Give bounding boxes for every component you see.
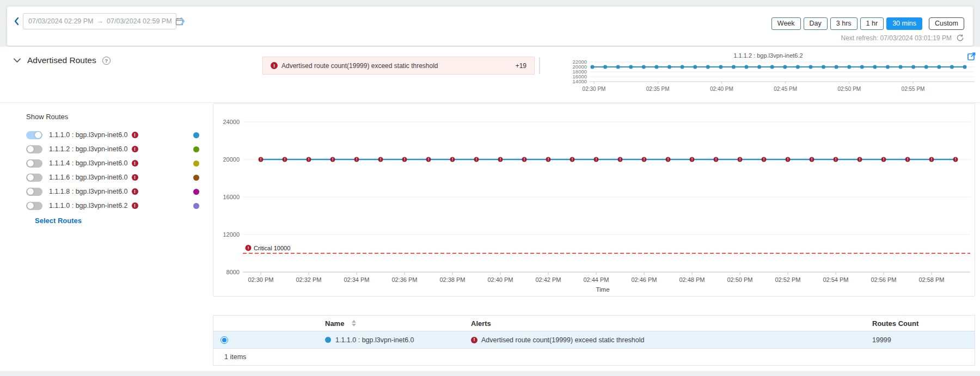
route-toggle[interactable] <box>26 202 42 210</box>
svg-text:!: ! <box>500 157 501 161</box>
route-list: 1.1.1.0 : bgp.l3vpn-inet6.01.1.1.2 : bgp… <box>26 128 199 213</box>
svg-text:!: ! <box>524 157 525 161</box>
svg-text:!: ! <box>308 157 309 161</box>
table-header-name[interactable]: Name <box>235 319 464 328</box>
route-label: 1.1.1.8 : bgp.l3vpn-inet6.0 <box>49 188 128 195</box>
svg-text:!: ! <box>620 157 621 161</box>
items-count: 1 items <box>224 353 246 361</box>
route-toggle[interactable] <box>26 188 42 196</box>
sort-icon[interactable] <box>352 320 356 326</box>
page-title: Advertised Routes <box>27 56 96 65</box>
table-header-row: Name Alerts Routes Count <box>213 316 975 331</box>
range-button-day[interactable]: Day <box>804 17 828 30</box>
help-icon[interactable] <box>102 57 111 65</box>
svg-text:!: ! <box>787 157 788 161</box>
route-color-dot <box>193 132 199 138</box>
svg-text:02:52 PM: 02:52 PM <box>775 276 800 283</box>
routes-table: Name Alerts Routes Count 1.1.1.0 : bgp.l… <box>213 315 975 366</box>
route-alert-icon <box>132 174 138 181</box>
range-button-30-mins[interactable]: 30 mins <box>886 17 922 30</box>
svg-text:02:45 PM: 02:45 PM <box>774 86 797 92</box>
next-refresh-text: Next refresh: 07/03/2024 03:01:19 PM <box>841 34 952 42</box>
svg-text:!: ! <box>883 157 884 161</box>
route-color-dot <box>193 175 199 181</box>
svg-text:!: ! <box>763 157 764 161</box>
collapse-chevron-icon[interactable] <box>13 58 21 63</box>
svg-text:02:35 PM: 02:35 PM <box>646 86 670 92</box>
chevron-right-icon[interactable] <box>180 17 186 26</box>
svg-text:!: ! <box>572 157 573 161</box>
svg-text:!: ! <box>931 157 932 161</box>
date-navigation: 07/03/2024 02:29 PM → 07/03/2024 02:59 P… <box>14 13 186 29</box>
svg-text:14000: 14000 <box>573 78 587 84</box>
advertised-routes-screen: 07/03/2024 02:29 PM → 07/03/2024 02:59 P… <box>0 0 980 376</box>
svg-text:!: ! <box>404 157 405 161</box>
route-toggle[interactable] <box>26 145 42 153</box>
row-radio[interactable] <box>220 336 228 344</box>
chevron-left-icon[interactable] <box>14 17 19 26</box>
toolbar: 07/03/2024 02:29 PM → 07/03/2024 02:59 P… <box>7 7 973 46</box>
table-footer: 1 items <box>213 349 975 365</box>
mini-chart-title: 1.1.1.2 : bgp.l3vpn-inet6.2 <box>560 52 977 59</box>
svg-text:!: ! <box>667 157 669 161</box>
route-color-dot <box>193 146 199 152</box>
svg-text:02:54 PM: 02:54 PM <box>823 276 848 283</box>
route-row-5: 1.1.1.0 : bgp.l3vpn-inet6.2 <box>26 199 199 213</box>
route-color-dot <box>193 203 199 209</box>
select-routes-link[interactable]: Select Routes <box>35 217 82 225</box>
refresh-icon[interactable] <box>956 34 964 42</box>
range-button-custom[interactable]: Custom <box>929 17 964 30</box>
alert-banner-count: +19 <box>516 62 526 70</box>
alerts-scrollbar[interactable] <box>539 57 540 74</box>
mini-chart-canvas: 220002000018000160001400002:30 PM02:35 P… <box>560 60 977 96</box>
svg-text:!: ! <box>691 157 693 161</box>
svg-text:02:36 PM: 02:36 PM <box>391 276 417 283</box>
range-button-3-hrs[interactable]: 3 hrs <box>830 17 857 30</box>
svg-text:!: ! <box>428 157 429 161</box>
table-header-alerts: Alerts <box>464 319 867 328</box>
svg-text:8000: 8000 <box>226 269 240 275</box>
svg-text:Critical 10000: Critical 10000 <box>254 245 290 251</box>
svg-text:!: ! <box>739 157 740 161</box>
route-label: 1.1.1.0 : bgp.l3vpn-inet6.2 <box>49 202 128 209</box>
route-row-2: 1.1.1.4 : bgp.l3vpn-inet6.0 <box>26 156 199 170</box>
main-panel: Advertised Routes Advertised route count… <box>0 47 980 371</box>
route-alert-icon <box>132 132 138 138</box>
svg-text:02:42 PM: 02:42 PM <box>535 276 561 283</box>
svg-text:02:32 PM: 02:32 PM <box>296 276 321 283</box>
svg-text:02:38 PM: 02:38 PM <box>439 276 465 283</box>
svg-text:!: ! <box>284 157 285 161</box>
route-toggle[interactable] <box>26 174 42 182</box>
svg-text:!: ! <box>356 157 357 161</box>
route-toggle[interactable] <box>26 131 42 139</box>
route-label: 1.1.1.2 : bgp.l3vpn-inet6.0 <box>49 145 128 153</box>
svg-text:02:44 PM: 02:44 PM <box>583 276 609 283</box>
svg-text:!: ! <box>955 157 956 161</box>
range-button-1-hr[interactable]: 1 hr <box>860 17 884 30</box>
svg-text:02:50 PM: 02:50 PM <box>837 86 861 92</box>
alert-banner: Advertised route count(19999) exceed sta… <box>262 57 535 75</box>
route-label: 1.1.1.6 : bgp.l3vpn-inet6.0 <box>49 174 128 181</box>
range-button-week[interactable]: Week <box>771 17 801 30</box>
svg-text:!: ! <box>644 157 645 161</box>
section-header: Advertised Routes Advertised route count… <box>0 47 980 103</box>
date-end-value: 07/03/2024 02:59 PM <box>107 17 172 25</box>
route-alert-icon <box>132 146 138 152</box>
alert-banner-text: Advertised route count(19999) exceed sta… <box>281 62 438 70</box>
svg-text:02:48 PM: 02:48 PM <box>679 276 705 283</box>
open-external-icon[interactable] <box>967 52 976 63</box>
table-row-0[interactable]: 1.1.1.0 : bgp.l3vpn-inet6.0Advertised ro… <box>213 331 975 349</box>
svg-text:!: ! <box>248 245 249 250</box>
svg-text:16000: 16000 <box>223 194 240 200</box>
svg-text:02:46 PM: 02:46 PM <box>631 276 657 283</box>
route-row-1: 1.1.1.2 : bgp.l3vpn-inet6.0 <box>26 142 199 156</box>
table-body: 1.1.1.0 : bgp.l3vpn-inet6.0Advertised ro… <box>213 331 975 349</box>
mini-chart: 1.1.1.2 : bgp.l3vpn-inet6.2 220002000018… <box>560 47 977 97</box>
svg-text:!: ! <box>715 157 716 161</box>
row-alert-text: Advertised route count(19999) exceed sta… <box>481 336 644 344</box>
date-range-input[interactable]: 07/03/2024 02:29 PM → 07/03/2024 02:59 P… <box>23 13 176 29</box>
range-button-group: WeekDay3 hrs1 hr30 minsCustom <box>771 17 964 30</box>
route-toggle[interactable] <box>26 159 42 168</box>
route-row-3: 1.1.1.6 : bgp.l3vpn-inet6.0 <box>26 170 199 184</box>
svg-text:02:30 PM: 02:30 PM <box>583 86 606 92</box>
